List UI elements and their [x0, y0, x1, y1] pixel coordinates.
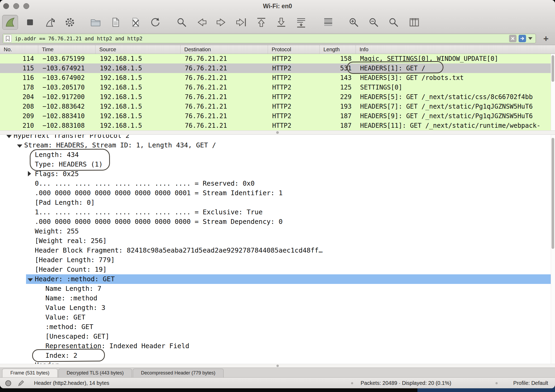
tab-decompressed-header[interactable]: Decompressed Header (779 bytes) — [133, 369, 224, 377]
packet-row-116[interactable]: 116−103.674902192.168.1.576.76.21.21HTTP… — [0, 73, 555, 83]
detail-line-text: Weight: 255 — [35, 227, 79, 235]
go-to-packet-button[interactable] — [233, 15, 249, 30]
detail-line-selected[interactable]: Header: :method: GET — [0, 274, 555, 284]
restart-capture-button[interactable] — [42, 15, 58, 30]
cell-no: 116 — [0, 73, 38, 83]
packet-row-204[interactable]: 204−102.917200192.168.1.576.76.21.21HTTP… — [0, 92, 555, 102]
detail-line[interactable]: 0... .... .... .... .... .... .... .... … — [0, 179, 555, 188]
detail-line[interactable]: Header: — [0, 360, 555, 364]
cell-time: −103.675199 — [38, 54, 96, 63]
detail-line[interactable]: Type: HEADERS (1) — [0, 160, 555, 169]
detail-line[interactable]: Name Length: 7 — [0, 284, 555, 293]
detail-line[interactable]: Value: GET — [0, 313, 555, 322]
detail-line[interactable]: Representation: Indexed Header Field — [0, 341, 555, 351]
open-file-button[interactable] — [88, 15, 104, 30]
column-header-no[interactable]: No. — [0, 45, 38, 54]
go-first-packet-button[interactable] — [253, 15, 269, 30]
apply-filter-button[interactable] — [519, 35, 526, 42]
go-back-button[interactable] — [194, 15, 210, 30]
detail-line[interactable]: 1... .... .... .... .... .... .... .... … — [0, 207, 555, 217]
cell-destination: 76.76.21.21 — [181, 102, 268, 111]
column-header-protocol[interactable]: Protocol — [268, 45, 320, 54]
detail-line[interactable]: [Unescaped: GET] — [0, 332, 555, 341]
jump-arrow-icon — [235, 16, 247, 28]
scrollbar-thumb[interactable] — [552, 138, 554, 249]
detail-line[interactable]: Length: 434 — [0, 150, 555, 160]
detail-line[interactable]: [Weight real: 256] — [0, 236, 555, 246]
capture-options-button[interactable] — [62, 15, 78, 30]
column-header-source[interactable]: Source — [96, 45, 181, 54]
column-header-time[interactable]: Time — [38, 45, 96, 54]
column-header-destination[interactable]: Destination — [181, 45, 268, 54]
collapse-arrow-icon[interactable] — [28, 278, 33, 282]
detail-line[interactable]: HyperText Transfer Protocol 2 — [0, 135, 555, 140]
start-capture-button[interactable] — [2, 15, 18, 30]
stop-capture-button[interactable] — [22, 15, 38, 30]
display-filter-input[interactable]: ip.addr == 76.76.21.21 and http2 and htt… — [3, 34, 536, 43]
detail-line[interactable]: Index: 2 — [0, 351, 555, 360]
detail-line[interactable]: Header Block Fragment: 82418c98a5eaba271… — [0, 246, 555, 255]
titlebar: Wi-Fi: en0 — [0, 0, 555, 12]
zoom-in-button[interactable] — [346, 15, 362, 30]
splitter-handle-icon[interactable] — [276, 131, 279, 134]
detail-line[interactable]: [Pad Length: 0] — [0, 198, 555, 207]
reload-file-button[interactable] — [147, 15, 163, 30]
collapse-arrow-icon[interactable] — [6, 135, 12, 138]
pane-splitter[interactable] — [0, 130, 555, 135]
zoom-button[interactable] — [23, 3, 29, 9]
cell-length: 187 — [320, 111, 356, 121]
packet-row-209[interactable]: 209−102.883410192.168.1.576.76.21.21HTTP… — [0, 111, 555, 121]
find-packet-button[interactable] — [174, 15, 190, 30]
capture-comment-button[interactable] — [18, 380, 25, 387]
save-file-button[interactable] — [108, 15, 123, 30]
detail-line[interactable]: .000 0000 0000 0000 0000 0000 0000 0001 … — [0, 188, 555, 198]
column-header-length[interactable]: Length — [320, 45, 356, 54]
close-file-button[interactable] — [127, 15, 143, 30]
expert-info-button[interactable] — [5, 380, 12, 387]
detail-line[interactable]: .000 0000 0000 0000 0000 0000 0000 0000 … — [0, 217, 555, 227]
detail-line[interactable]: [Header Length: 779] — [0, 255, 555, 265]
filter-dropdown-icon[interactable] — [528, 37, 532, 40]
colorize-packets-button[interactable] — [320, 15, 336, 30]
detail-line[interactable]: Stream: HEADERS, Stream ID: 1, Length 43… — [0, 140, 555, 150]
expand-arrow-icon[interactable] — [28, 171, 31, 176]
tab-decrypted-tls[interactable]: Decrypted TLS (443 bytes) — [58, 369, 132, 377]
scrollbar-handle-icon[interactable] — [276, 365, 279, 367]
detail-line[interactable]: Value Length: 3 — [0, 303, 555, 313]
close-document-icon — [129, 16, 142, 28]
go-last-packet-button[interactable] — [273, 15, 289, 30]
detail-line[interactable]: :method: GET — [0, 322, 555, 332]
gear-icon — [64, 16, 76, 28]
pencil-icon — [18, 380, 25, 387]
filter-expression: ip.addr == 76.76.21.21 and http2 and htt… — [15, 36, 509, 41]
add-filter-button[interactable]: + — [541, 33, 551, 44]
zoom-out-button[interactable] — [366, 15, 382, 30]
packet-row-208[interactable]: 208−102.883642192.168.1.576.76.21.21HTTP… — [0, 102, 555, 111]
packet-row-210[interactable]: 210−102.883108192.168.1.576.76.21.21HTTP… — [0, 121, 555, 130]
packet-row-115[interactable]: 115−103.674921192.168.1.576.76.21.21HTTP… — [0, 63, 555, 73]
auto-scroll-button[interactable] — [293, 15, 309, 30]
detail-line[interactable]: [Header Count: 19] — [0, 265, 555, 274]
close-button[interactable] — [3, 3, 9, 9]
cell-destination: 76.76.21.21 — [181, 121, 268, 130]
packet-row-114[interactable]: 114−103.675199192.168.1.576.76.21.21HTTP… — [0, 54, 555, 63]
clear-filter-button[interactable] — [509, 35, 516, 42]
packet-row-178[interactable]: 178−103.205170192.168.1.576.76.21.21HTTP… — [0, 83, 555, 92]
zoom-reset-button[interactable] — [386, 15, 402, 30]
detail-line[interactable]: Name: :method — [0, 293, 555, 303]
detail-line[interactable]: Weight: 255 — [0, 227, 555, 236]
detail-line[interactable]: Flags: 0x25 — [0, 169, 555, 179]
column-header-info[interactable]: Info — [356, 45, 555, 54]
tab-frame[interactable]: Frame (531 bytes) — [2, 369, 58, 377]
detail-horizontal-scrollbar[interactable] — [0, 364, 555, 368]
collapse-arrow-icon[interactable] — [17, 144, 22, 148]
go-forward-button[interactable] — [214, 15, 229, 30]
detail-line-text: HyperText Transfer Protocol 2 — [14, 135, 130, 139]
profile-status[interactable]: Profile: Default — [513, 378, 548, 388]
filter-bar: ip.addr == 76.76.21.21 and http2 and htt… — [0, 32, 555, 45]
resize-columns-button[interactable] — [406, 15, 422, 30]
filter-bookmark-button[interactable] — [4, 35, 12, 42]
cell-no: 208 — [0, 102, 38, 111]
scrollbar-thumb[interactable] — [552, 55, 554, 82]
minimize-button[interactable] — [13, 3, 19, 9]
